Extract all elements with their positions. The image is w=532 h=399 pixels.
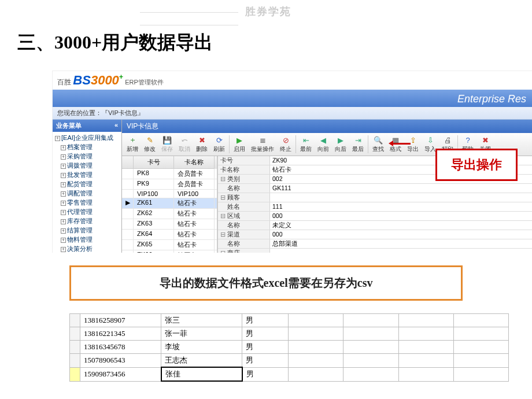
batch-button[interactable]: ≣批量操作: [249, 134, 276, 154]
erp-screenshot: 百胜 BS3000+ ERP管理软件 Enterprise Res 您现在的位置…: [52, 71, 532, 253]
property-row[interactable]: 姓名111: [218, 202, 532, 212]
refresh-button[interactable]: ⟳刷新: [211, 134, 227, 154]
sidebar-item[interactable]: +代理管理: [54, 207, 121, 216]
add-button[interactable]: ＋新增: [124, 134, 141, 154]
logo-prefix: 百胜: [57, 78, 71, 86]
sidebar-item[interactable]: +零售管理: [54, 198, 121, 207]
refresh-icon: ⟳: [215, 135, 224, 145]
first-icon: ⇤: [301, 135, 311, 145]
sidebar-item[interactable]: +批发管理: [54, 170, 121, 179]
last-button[interactable]: ⇥最后: [350, 134, 366, 154]
table-row[interactable]: ZK64钻石卡: [122, 230, 217, 240]
property-row[interactable]: 商店: [218, 249, 532, 253]
save-button: 💾保存: [159, 134, 175, 154]
help-icon: ?: [463, 135, 472, 145]
sidebar-item[interactable]: +调拨管理: [54, 161, 121, 170]
sidebar-item[interactable]: +库存管理: [54, 216, 121, 226]
del-icon: ✖: [197, 135, 206, 145]
csv-row: 13816345678李坡男: [70, 341, 509, 354]
enterprise-text: Enterprise Res: [457, 93, 526, 105]
property-row[interactable]: 渠道000: [218, 230, 532, 239]
csv-row: 15078906543王志杰男: [70, 354, 509, 368]
logo-subtitle: ERP管理软件: [125, 79, 164, 86]
table-row[interactable]: ZK65钻石卡: [122, 240, 217, 250]
property-row[interactable]: 名称未定义: [218, 221, 532, 230]
table-row[interactable]: ZK62钻石卡: [122, 209, 217, 219]
prev-button[interactable]: ◀向前: [315, 134, 331, 154]
add-icon: ＋: [128, 135, 137, 145]
property-row[interactable]: 区域000: [218, 212, 532, 221]
format-button[interactable]: ▦格式: [387, 134, 404, 154]
sidebar-collapse-icon[interactable]: «: [114, 121, 118, 130]
card-list-grid[interactable]: 卡号 卡名称 PK8会员普卡PK9会员普卡VIP100VIP100▶ZK61钻石…: [122, 156, 217, 253]
sidebar: 业务菜单 « +[EAI]企业应用集成+档案管理+采购管理+调拨管理+批发管理+…: [53, 120, 122, 253]
stop-button[interactable]: ⊘终止: [278, 134, 294, 154]
last-icon: ⇥: [353, 135, 363, 145]
enable-icon: ▶: [235, 135, 244, 145]
table-row[interactable]: ▶ZK61钻石卡: [122, 198, 217, 209]
sidebar-item[interactable]: +配货管理: [54, 179, 121, 189]
csv-preview-table: 13816258907张三男13816221345张一菲男13816345678…: [69, 313, 509, 382]
next-button[interactable]: ▶向后: [332, 134, 349, 154]
del-button[interactable]: ✖删除: [194, 134, 210, 154]
edit-button[interactable]: ✎修改: [142, 134, 158, 154]
col-card-name[interactable]: 卡名称: [174, 156, 215, 169]
csv-row: 13816221345张一菲男: [70, 327, 509, 341]
find-icon: 🔍: [374, 135, 383, 145]
slide-title: 三、3000+用户数据导出: [17, 30, 532, 56]
table-row[interactable]: PK9会员普卡: [122, 179, 217, 190]
header-bar: Enterprise Res: [53, 90, 532, 107]
logo-bs3000: BS3000+: [73, 78, 123, 86]
content-title: VIP卡信息: [122, 120, 532, 133]
watermark-text: 胜券学苑: [133, 5, 399, 31]
sidebar-header[interactable]: 业务菜单 «: [53, 120, 121, 132]
table-row[interactable]: VIP100VIP100: [122, 190, 217, 198]
cancel-icon: ⤺: [180, 135, 189, 145]
cancel-button: ⤺取消: [176, 134, 193, 154]
sidebar-item[interactable]: +结算管理: [54, 226, 121, 235]
property-row[interactable]: 名称总部渠道: [218, 239, 532, 249]
sidebar-item[interactable]: +调配管理: [54, 189, 121, 198]
export-button[interactable]: ⇪导出: [405, 134, 421, 154]
save-icon: 💾: [162, 135, 172, 145]
export-icon: ⇪: [408, 135, 418, 145]
col-card-no[interactable]: 卡号: [134, 156, 174, 169]
prev-icon: ◀: [319, 135, 328, 145]
sidebar-item[interactable]: +[EAI]企业应用集成: [54, 133, 121, 142]
find-button[interactable]: 🔍查找: [370, 134, 386, 154]
stop-icon: ⊘: [281, 135, 290, 145]
first-button[interactable]: ⇤最前: [298, 134, 314, 154]
property-row[interactable]: 名称GK111: [218, 184, 532, 193]
import-icon: ⇩: [426, 135, 435, 145]
close-icon: ✖: [481, 135, 490, 145]
edit-icon: ✎: [145, 135, 154, 145]
table-row[interactable]: ZK66钻石卡: [122, 250, 217, 253]
breadcrumb: 您现在的位置：『VIP卡信息』: [53, 107, 532, 120]
note-box: 导出的数据文件格式excel需要在另存为csv: [69, 265, 463, 301]
batch-icon: ≣: [258, 135, 267, 145]
table-row[interactable]: PK8会员普卡: [122, 169, 217, 179]
format-icon: ▦: [391, 135, 400, 145]
sidebar-menu: +[EAI]企业应用集成+档案管理+采购管理+调拨管理+批发管理+配货管理+调配…: [53, 132, 121, 253]
next-icon: ▶: [336, 135, 345, 145]
property-row[interactable]: 顾客: [218, 193, 532, 202]
csv-row: 13816258907张三男: [70, 314, 509, 327]
print-icon: 🖨: [443, 135, 452, 145]
csv-row: 15909873456张佳男: [70, 367, 509, 381]
sidebar-item[interactable]: +档案管理: [54, 142, 121, 152]
sidebar-item[interactable]: +决策分析: [54, 244, 121, 253]
enable-button[interactable]: ▶启用: [231, 134, 247, 154]
content-pane: VIP卡信息 ＋新增✎修改💾保存⤺取消✖删除⟳刷新▶启用≣批量操作⊘终止⇤最前◀…: [122, 120, 532, 253]
table-row[interactable]: ZK63钻石卡: [122, 219, 217, 230]
sidebar-item[interactable]: +物料管理: [54, 235, 121, 244]
sidebar-item[interactable]: +采购管理: [54, 152, 121, 161]
logo-row: 百胜 BS3000+ ERP管理软件: [53, 71, 532, 90]
callout-export: 导出操作: [435, 149, 518, 181]
